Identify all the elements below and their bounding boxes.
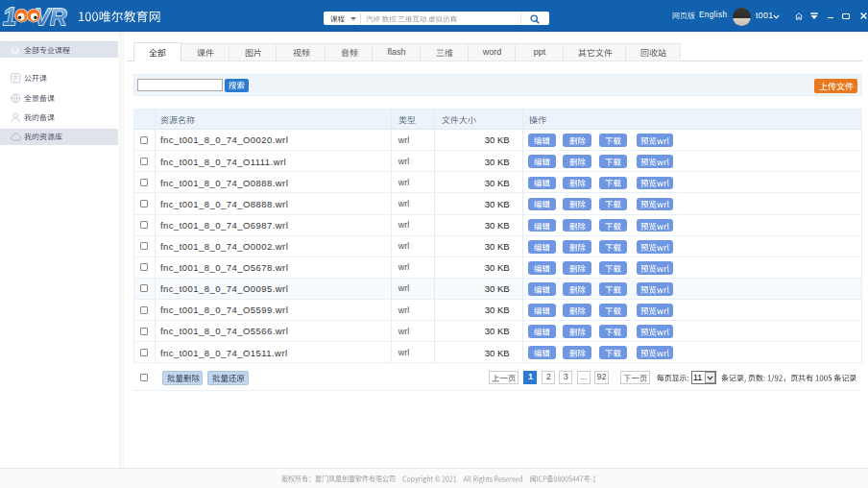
svg-text:1: 1 — [3, 3, 16, 30]
